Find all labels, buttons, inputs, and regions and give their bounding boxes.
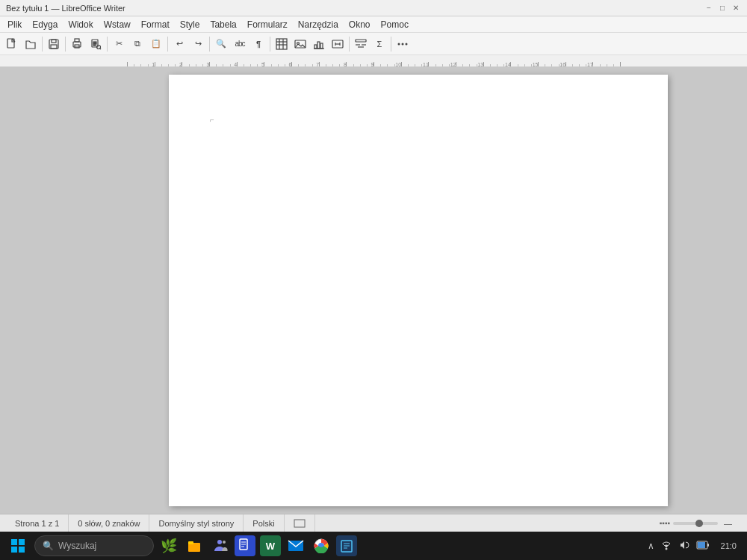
right-sidebar	[710, 67, 747, 514]
page-info: Strona 1 z 1	[6, 514, 69, 532]
page-style: Domyślny styl strony	[149, 514, 244, 532]
taskbar-clock[interactable]: 21:0	[716, 541, 741, 550]
printpreview-button[interactable]	[87, 35, 105, 53]
tray-arrow[interactable]: ∧	[645, 539, 657, 553]
paste-button[interactable]: 📋	[147, 35, 165, 53]
minimize-button[interactable]: −	[704, 3, 714, 13]
nonprint-button[interactable]: ¶	[249, 35, 267, 53]
toolbar-sep-4	[167, 37, 168, 52]
status-bar: Strona 1 z 1 0 słów, 0 znaków Domyślny s…	[0, 514, 747, 532]
menu-plik[interactable]: Plik	[3, 18, 26, 31]
title-bar: Bez tytułu 1 — LibreOffice Writer − □ ✕	[0, 0, 747, 16]
cut-button[interactable]: ✂	[110, 35, 128, 53]
save-button[interactable]	[45, 35, 63, 53]
toolbar-sep-7	[349, 37, 350, 52]
left-sidebar	[0, 67, 127, 514]
svg-rect-58	[698, 542, 705, 548]
toolbar-sep-6	[270, 37, 270, 52]
textbox-button[interactable]	[329, 35, 347, 53]
fieldnames-button[interactable]	[352, 35, 370, 53]
maximize-button[interactable]: □	[717, 3, 728, 13]
svg-rect-4	[51, 45, 57, 49]
svg-rect-7	[75, 45, 79, 48]
spelcheck-button[interactable]: abc	[231, 35, 249, 53]
document-container[interactable]: ⌐	[127, 67, 710, 514]
menu-format[interactable]: Format	[137, 18, 174, 31]
svg-rect-39	[11, 547, 17, 553]
undo-button[interactable]: ↩	[170, 35, 188, 53]
svg-point-43	[217, 540, 222, 544]
taskbar-app-mail[interactable]	[285, 535, 306, 556]
word-count: 0 słów, 0 znaków	[69, 514, 149, 532]
special-button[interactable]: Σ	[371, 35, 388, 53]
svg-rect-38	[19, 539, 25, 545]
image-button[interactable]	[291, 35, 309, 53]
redo-button[interactable]: ↪	[189, 35, 207, 53]
view-mode	[285, 514, 315, 532]
menu-okno[interactable]: Okno	[344, 18, 375, 31]
start-button[interactable]	[6, 534, 30, 558]
svg-rect-42	[188, 541, 193, 544]
svg-rect-10	[93, 43, 96, 44]
svg-line-13	[100, 49, 101, 49]
taskbar-app-chrome[interactable]	[311, 535, 332, 556]
zoom-control[interactable]: ▪▪▪▪ —	[651, 514, 741, 532]
toolbar-sep-1	[42, 37, 43, 52]
menu-style[interactable]: Style	[176, 18, 205, 31]
close-button[interactable]: ✕	[731, 3, 741, 13]
zoom-icons: ▪▪▪▪	[660, 519, 670, 527]
svg-rect-22	[317, 42, 320, 49]
find-button[interactable]: 🔍	[212, 35, 230, 53]
document-page[interactable]: ⌐	[169, 75, 668, 506]
search-icon: 🔍	[43, 541, 54, 551]
svg-rect-6	[75, 39, 79, 42]
window-controls: − □ ✕	[704, 3, 741, 13]
svg-rect-40	[19, 547, 25, 553]
zoom-level: —	[724, 519, 732, 528]
svg-point-56	[665, 547, 667, 550]
menu-widok[interactable]: Widok	[63, 18, 97, 31]
menu-edyga[interactable]: Edyga	[28, 18, 62, 31]
svg-rect-23	[320, 43, 323, 49]
ruler: .r-tick { position: absolute; bottom: 0;…	[0, 55, 747, 67]
more-controls[interactable]	[394, 35, 412, 53]
taskbar-app-explorer[interactable]	[184, 535, 205, 556]
print-button[interactable]	[68, 35, 86, 53]
svg-point-35	[406, 43, 408, 45]
new-button[interactable]	[3, 35, 21, 53]
svg-rect-36	[294, 520, 305, 527]
search-label: Wyszukaj	[58, 541, 96, 551]
toolbar-sep-2	[65, 37, 66, 52]
svg-rect-9	[93, 42, 96, 43]
menu-bar: Plik Edyga Widok Wstaw Format Style Tabe…	[0, 16, 747, 33]
chart-button[interactable]	[310, 35, 328, 53]
open-button[interactable]	[22, 35, 40, 53]
menu-formularz[interactable]: Formularz	[243, 18, 292, 31]
taskbar-app-office[interactable]: W	[260, 535, 281, 556]
svg-rect-29	[356, 40, 366, 42]
menu-wstaw[interactable]: Wstaw	[99, 18, 135, 31]
menu-tabela[interactable]: Tabela	[205, 18, 241, 31]
main-area: ⌐	[0, 67, 747, 514]
menu-pomoc[interactable]: Pomoc	[376, 18, 413, 31]
svg-point-44	[223, 541, 226, 544]
battery-icon[interactable]	[694, 539, 712, 553]
menu-narzedzia[interactable]: Narzędzia	[294, 18, 343, 31]
copy-button[interactable]: ⧉	[128, 35, 146, 53]
volume-icon[interactable]	[676, 538, 692, 554]
zoom-slider[interactable]	[673, 522, 718, 525]
ruler-inner: .r-tick { position: absolute; bottom: 0;…	[127, 55, 635, 66]
language: Polski	[244, 514, 284, 532]
toolbar-sep-3	[107, 37, 108, 52]
taskbar-app-teams[interactable]	[209, 535, 230, 556]
svg-rect-21	[314, 45, 317, 49]
table-button[interactable]	[273, 35, 291, 53]
text-cursor: ⌐	[210, 116, 216, 123]
taskbar-app-notes[interactable]	[336, 535, 357, 556]
taskbar-search[interactable]: 🔍 Wyszukaj	[34, 535, 154, 556]
taskbar-app-files[interactable]	[235, 535, 255, 556]
wifi-icon[interactable]	[658, 538, 675, 554]
taskbar-app-nature[interactable]: 🌿	[158, 535, 179, 556]
window-title: Bez tytułu 1 — LibreOffice Writer	[6, 4, 704, 13]
svg-point-34	[402, 43, 404, 45]
